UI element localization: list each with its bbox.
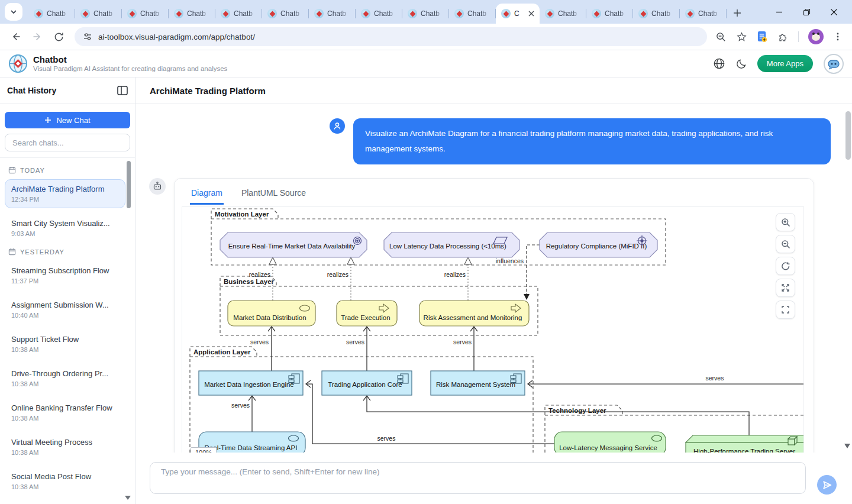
message-input-bar: [135, 453, 852, 504]
tech-service-messaging[interactable]: [554, 432, 666, 455]
app-header: Chatbot Visual Paradigm AI Assistant for…: [0, 50, 852, 77]
browser-tab[interactable]: Chatb: [402, 4, 449, 24]
business-process-risk-assessment[interactable]: [419, 301, 529, 326]
fullscreen-button[interactable]: [776, 301, 795, 319]
browser-menu-kebab-icon[interactable]: [833, 32, 843, 41]
window-minimize-button[interactable]: [766, 0, 793, 24]
chat-history-item[interactable]: Virtual Meeting Process10:38 AM: [5, 432, 125, 461]
new-tab-button[interactable]: [729, 5, 746, 21]
chat-item-title: Social Media Post Flow: [11, 471, 119, 482]
chat-item-title: Drive-Through Ordering Pr...: [11, 369, 119, 379]
visual-paradigm-favicon: [80, 9, 90, 18]
diagram-viewport[interactable]: Motivation Layer Business Layer: [182, 206, 804, 461]
chat-history-item[interactable]: Social Media Post Flow10:38 AM: [5, 467, 125, 496]
visual-paradigm-favicon: [454, 9, 464, 18]
tab-close-icon[interactable]: [528, 10, 535, 17]
chat-section-header: TODAY: [8, 166, 125, 174]
dark-mode-moon-icon[interactable]: [736, 59, 747, 69]
zoom-in-button[interactable]: [776, 213, 795, 231]
chat-scroll-down-icon[interactable]: [844, 444, 850, 448]
chatbot-avatar[interactable]: [824, 54, 844, 74]
extensions-puzzle-icon[interactable]: [777, 31, 789, 43]
chat-scrollbar-thumb[interactable]: [845, 111, 851, 160]
back-button[interactable]: [7, 28, 25, 46]
extension-doc-icon[interactable]: [757, 31, 768, 43]
reload-button[interactable]: [50, 28, 67, 46]
browser-tab[interactable]: Chatb: [309, 4, 356, 24]
browser-tab[interactable]: Chatb: [540, 4, 586, 24]
business-service-market-data-distribution[interactable]: [228, 301, 315, 326]
chat-area: Visualize an ArchiMate Diagram for a fin…: [135, 104, 852, 504]
browser-tab[interactable]: Chatb: [586, 4, 633, 24]
biz2-label: Trade Execution: [341, 314, 390, 321]
browser-tab[interactable]: Chatb: [28, 4, 75, 24]
chat-history-item[interactable]: Streaming Subscription Flow11:37 PM: [5, 261, 125, 290]
chat-item-time: 10:38 AM: [11, 415, 119, 422]
sidebar-scroll-down-icon[interactable]: [125, 496, 131, 500]
assistant-response-row: Diagram PlantUML Source: [149, 178, 812, 461]
browser-tab-active[interactable]: C: [496, 4, 540, 24]
chat-history-item[interactable]: Smart City System Visualiz...9:03 AM: [5, 214, 125, 243]
send-button[interactable]: [817, 475, 837, 495]
browser-tab[interactable]: Chatb: [75, 4, 122, 24]
chat-history-item[interactable]: Checkout Process Diagram: [5, 501, 125, 504]
tab-separator: [726, 9, 727, 18]
visual-paradigm-favicon: [408, 9, 417, 18]
chat-history-item[interactable]: Support Ticket Flow10:38 AM: [5, 329, 125, 358]
realizes-label: realizes: [327, 271, 348, 278]
search-chats-input[interactable]: [5, 134, 130, 151]
browser-tab[interactable]: Chatb: [169, 4, 215, 24]
business-process-trade-execution[interactable]: [337, 301, 397, 326]
chat-history-item[interactable]: ArchiMate Trading Platform12:34 PM: [5, 179, 125, 208]
tab-strip-tabs: ChatbChatbChatbChatbChatbChatbChatbChatb…: [28, 0, 727, 24]
app-title: Chatbot: [33, 54, 227, 64]
sidebar-scrollbar-thumb[interactable]: [127, 161, 131, 208]
tab-label: Chatb: [93, 9, 117, 18]
chat-item-time: 10:40 AM: [11, 312, 119, 319]
window-close-button[interactable]: [820, 0, 847, 24]
conversation-title: ArchiMate Trading Platform: [135, 77, 852, 104]
forward-button[interactable]: [28, 28, 46, 46]
reset-view-button[interactable]: [776, 257, 795, 275]
browser-tab[interactable]: Chatb: [215, 4, 262, 24]
chat-history-item[interactable]: Drive-Through Ordering Pr...10:38 AM: [5, 364, 125, 393]
address-bar[interactable]: ai-toolbox.visual-paradigm.com/app/chatb…: [75, 27, 707, 46]
user-avatar: [330, 118, 345, 134]
window-restore-button[interactable]: [793, 0, 820, 24]
browser-tab[interactable]: Chatb: [122, 4, 169, 24]
tab-plantuml-source[interactable]: PlantUML Source: [240, 187, 307, 205]
visual-paradigm-favicon: [221, 9, 230, 18]
new-chat-button[interactable]: New Chat: [5, 112, 130, 128]
chat-history-item[interactable]: Assignment Submission W...10:40 AM: [5, 295, 125, 324]
browser-profile-avatar[interactable]: [808, 29, 824, 44]
browser-tab[interactable]: Chatb: [356, 4, 402, 24]
language-globe-icon[interactable]: [713, 57, 725, 70]
chat-history-list: TODAYArchiMate Trading Platform12:34 PMS…: [0, 157, 135, 504]
browser-tab[interactable]: Chatb: [449, 4, 496, 24]
bookmark-star-icon[interactable]: [736, 31, 747, 43]
chat-item-title: Support Ticket Flow: [11, 334, 119, 344]
collapse-panel-icon[interactable]: [117, 86, 128, 95]
visual-paradigm-favicon: [127, 9, 137, 18]
close-icon: [830, 8, 838, 16]
chat-item-time: 12:34 PM: [11, 196, 119, 203]
app4-label: Real-Time Data Streaming API: [205, 444, 298, 451]
tab-search-chevron-button[interactable]: [5, 3, 22, 21]
zoom-out-button[interactable]: [776, 235, 795, 253]
browser-tab[interactable]: Chatb: [633, 4, 680, 24]
zoom-out-page-icon[interactable]: [715, 31, 727, 43]
node-icon: [788, 437, 797, 445]
app2-label: Trading Application Core: [328, 381, 402, 388]
browser-tab[interactable]: Chatb: [680, 4, 727, 24]
technology-layer-label: Technology Layer: [548, 407, 606, 414]
message-input[interactable]: [150, 462, 806, 494]
biz3-label: Risk Assessment and Monitoring: [424, 314, 522, 321]
chat-history-item[interactable]: Online Banking Transfer Flow10:38 AM: [5, 398, 125, 427]
forward-arrow-icon: [31, 31, 43, 43]
serves-label: serves: [453, 338, 472, 345]
serves-label: serves: [706, 374, 724, 382]
more-apps-button[interactable]: More Apps: [757, 55, 813, 72]
tab-diagram[interactable]: Diagram: [190, 187, 224, 205]
browser-tab[interactable]: Chatb: [262, 4, 309, 24]
expand-button[interactable]: [776, 279, 795, 297]
